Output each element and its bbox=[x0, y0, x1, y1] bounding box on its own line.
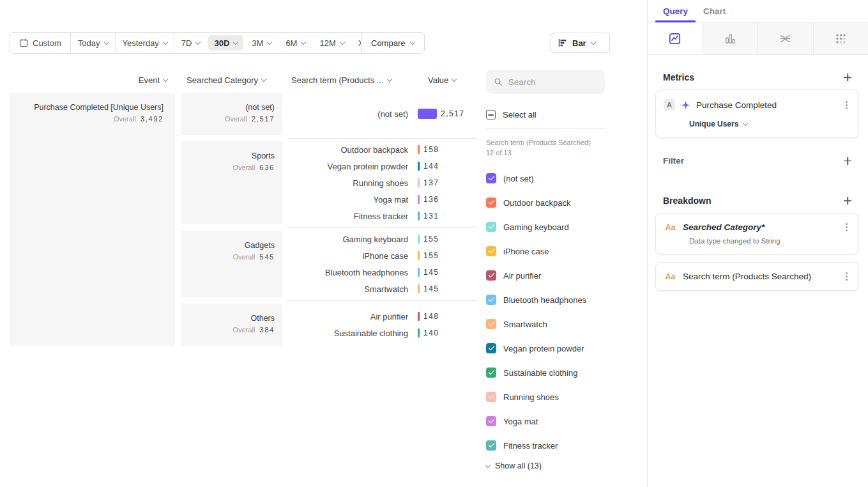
select-all-checkbox[interactable] bbox=[486, 110, 496, 120]
tab-flows[interactable] bbox=[758, 23, 814, 54]
legend-label: Bluetooth headphones bbox=[503, 295, 586, 305]
date-range-option[interactable]: 7D bbox=[174, 33, 208, 53]
overall-label: Overall bbox=[114, 115, 136, 123]
term-row: iPhone case 155 bbox=[287, 247, 476, 264]
legend-label: Outdoor backpack bbox=[503, 198, 571, 208]
legend-checkbox[interactable] bbox=[486, 295, 496, 305]
breakdown-card[interactable]: Aa Search term (Products Searched) bbox=[655, 262, 859, 291]
legend-item[interactable]: (not set) bbox=[486, 166, 605, 190]
search-icon bbox=[494, 77, 503, 87]
legend-checkbox[interactable] bbox=[486, 367, 496, 378]
custom-date-label: Custom bbox=[33, 38, 61, 48]
chevron-down-icon bbox=[340, 39, 345, 44]
legend-checkbox[interactable] bbox=[486, 319, 496, 329]
legend-item[interactable]: Smartwatch bbox=[486, 312, 605, 336]
breakdown-name: Search term (Products Searched) bbox=[683, 272, 811, 281]
date-range-option[interactable]: Today bbox=[71, 33, 116, 53]
show-all-label: Show all (13) bbox=[495, 461, 542, 470]
term-value: 144 bbox=[418, 162, 476, 171]
value-bar bbox=[418, 145, 420, 154]
breakdown-card[interactable]: Aa Searched Category* Data type changed … bbox=[655, 213, 859, 254]
breakdown-note: Data type changed to String bbox=[689, 237, 851, 245]
column-header-term[interactable]: Search term (Products ... bbox=[291, 75, 392, 86]
legend-item[interactable]: Sustainable clothing bbox=[486, 360, 605, 385]
add-metric-icon[interactable] bbox=[844, 73, 851, 81]
legend-item[interactable]: Bluetooth headphones bbox=[486, 288, 605, 312]
chevron-down-icon bbox=[267, 39, 272, 44]
legend-checkbox[interactable] bbox=[486, 440, 496, 451]
metric-row: A Purchase Completed bbox=[664, 99, 851, 111]
category-overall: Overall 545 bbox=[188, 253, 275, 261]
search-input[interactable] bbox=[508, 77, 597, 87]
bar-chart-icon bbox=[558, 38, 567, 47]
legend-label: Running shoes bbox=[503, 392, 559, 402]
category-group: Gadgets Overall 545 Gaming keyboard bbox=[181, 231, 476, 297]
tab-insights[interactable] bbox=[648, 23, 703, 54]
term-value: 137 bbox=[418, 178, 476, 187]
legend-checkbox[interactable] bbox=[486, 416, 496, 426]
compare-button[interactable]: Compare bbox=[361, 32, 425, 54]
legend-panel: Select all Search term (Products Searche… bbox=[486, 70, 605, 470]
category-cell: Others Overall 384 bbox=[181, 304, 282, 346]
tab-funnels[interactable] bbox=[703, 23, 759, 54]
legend-checkbox[interactable] bbox=[486, 197, 496, 208]
date-range-option[interactable]: 3M bbox=[245, 33, 278, 53]
show-all-toggle[interactable]: Show all (13) bbox=[486, 461, 605, 470]
category-name: Others bbox=[188, 313, 275, 324]
value-number: 2,517 bbox=[441, 109, 465, 118]
legend-checkbox[interactable] bbox=[486, 246, 496, 256]
date-range-option[interactable]: 30D bbox=[207, 33, 245, 53]
add-breakdown-icon[interactable] bbox=[844, 197, 851, 205]
query-builder: Metrics A Purchase Completed Unique User… bbox=[648, 55, 868, 291]
date-range-label: 30D bbox=[214, 38, 229, 48]
chevron-down-icon bbox=[590, 39, 595, 44]
legend-checkbox[interactable] bbox=[486, 270, 496, 281]
column-header-label: Search term (Products ... bbox=[291, 75, 384, 85]
term-label: Gaming keyboard bbox=[287, 235, 418, 244]
panel-tab[interactable]: Query bbox=[655, 0, 696, 22]
term-value: 136 bbox=[418, 195, 476, 204]
legend-item[interactable]: Air purifier bbox=[486, 263, 605, 288]
panel-tab[interactable]: Chart bbox=[696, 0, 733, 22]
column-header-value[interactable]: Value bbox=[428, 75, 456, 86]
metric-card[interactable]: A Purchase Completed Unique Users bbox=[655, 89, 859, 138]
legend-item[interactable]: iPhone case bbox=[486, 239, 605, 263]
legend-checkbox[interactable] bbox=[486, 173, 496, 183]
more-icon[interactable] bbox=[846, 226, 848, 228]
date-range-option[interactable]: 6M bbox=[278, 33, 312, 53]
legend-item[interactable]: Gaming keyboard bbox=[486, 215, 605, 239]
chart-type-selector[interactable]: Bar bbox=[551, 33, 610, 53]
value-bar bbox=[418, 329, 420, 337]
legend-search[interactable] bbox=[486, 70, 605, 94]
select-all-row[interactable]: Select all bbox=[486, 110, 605, 120]
string-type-icon: Aa bbox=[664, 223, 677, 232]
date-range-option[interactable]: Yesterday bbox=[116, 33, 174, 53]
column-header-category[interactable]: Searched Category bbox=[187, 75, 266, 86]
legend-item[interactable]: Running shoes bbox=[486, 385, 605, 409]
event-icon bbox=[681, 100, 690, 110]
legend-item[interactable]: Fitness tracker bbox=[486, 433, 605, 458]
value-bar bbox=[418, 284, 420, 293]
more-icon[interactable] bbox=[846, 104, 848, 106]
event-overall: Overall 3,492 bbox=[21, 115, 164, 123]
legend-checkbox[interactable] bbox=[486, 392, 496, 402]
term-value: 145 bbox=[418, 268, 476, 277]
custom-date-button[interactable]: Custom bbox=[10, 33, 71, 53]
term-value: 148 bbox=[418, 312, 476, 321]
legend-item[interactable]: Yoga mat bbox=[486, 409, 605, 433]
legend-item[interactable]: Vegan protein powder bbox=[486, 336, 605, 360]
column-header-event[interactable]: Event bbox=[10, 75, 167, 86]
measurement-dropdown[interactable]: Unique Users bbox=[689, 120, 851, 128]
tab-retention[interactable] bbox=[814, 23, 868, 54]
add-filter-icon[interactable] bbox=[844, 157, 851, 165]
legend-checkbox[interactable] bbox=[486, 343, 496, 353]
chevron-down-icon bbox=[301, 39, 306, 44]
legend-checkbox[interactable] bbox=[486, 222, 496, 232]
overall-label: Overall bbox=[232, 164, 255, 171]
date-range-option[interactable]: 12M bbox=[312, 33, 351, 53]
legend-item[interactable]: Outdoor backpack bbox=[486, 190, 605, 215]
date-range-label: 7D bbox=[181, 38, 192, 48]
value-bar bbox=[418, 109, 437, 119]
term-label: iPhone case bbox=[287, 251, 418, 261]
more-icon[interactable] bbox=[846, 275, 848, 277]
